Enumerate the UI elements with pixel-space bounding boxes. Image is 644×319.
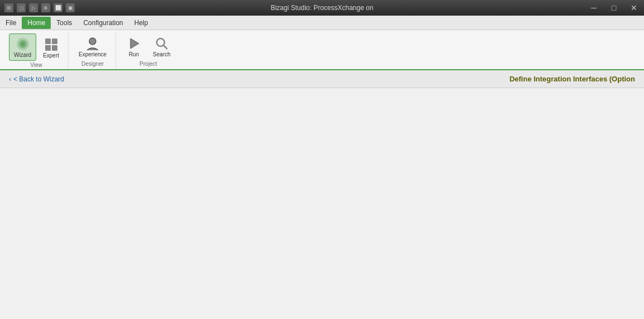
svg-point-7 xyxy=(89,38,96,45)
app-icon-6: ▣ xyxy=(66,3,75,12)
svg-rect-5 xyxy=(45,45,51,51)
svg-line-10 xyxy=(163,45,167,49)
ribbon-group-project: Run Search Project xyxy=(117,32,180,69)
ribbon-view-buttons: Wizard Expert xyxy=(9,33,64,61)
menu-bar: File Home Tools Configuration Help xyxy=(0,16,644,30)
svg-marker-8 xyxy=(130,38,139,49)
ribbon-designer-buttons: Experience xyxy=(74,33,111,60)
run-button[interactable]: Run xyxy=(122,33,146,60)
nav-bar: ‹ < Back to Wizard Define Integration In… xyxy=(0,70,644,88)
back-arrow-icon: ‹ xyxy=(9,75,11,83)
title-bar: ⊞ ◻ ▷ ⊕ ⬜ ▣ Bizagi Studio: ProcessXchang… xyxy=(0,0,644,16)
ribbon-group-designer: Experience Designer xyxy=(70,32,116,69)
svg-point-9 xyxy=(157,38,164,46)
ribbon: Wizard Expert View xyxy=(0,30,644,70)
ribbon-project-buttons: Run Search xyxy=(122,33,175,60)
svg-rect-4 xyxy=(52,38,57,44)
back-to-wizard[interactable]: ‹ < Back to Wizard xyxy=(9,75,64,83)
run-icon xyxy=(126,36,142,51)
search-button[interactable]: Search xyxy=(148,33,175,60)
project-group-label: Project xyxy=(139,61,157,67)
view-group-label: View xyxy=(30,62,42,68)
menu-configuration[interactable]: Configuration xyxy=(78,17,128,29)
menu-help[interactable]: Help xyxy=(129,17,154,29)
close-button[interactable]: ✕ xyxy=(624,0,644,16)
wizard-button[interactable]: Wizard xyxy=(9,33,36,61)
run-label: Run xyxy=(129,51,139,57)
app-icon-1: ⊞ xyxy=(4,3,13,12)
expert-button[interactable]: Expert xyxy=(38,35,64,61)
minimize-button[interactable]: ─ xyxy=(584,0,604,16)
expert-icon xyxy=(43,37,59,52)
expert-label: Expert xyxy=(43,52,59,59)
app-icon-3: ▷ xyxy=(29,3,38,12)
menu-file[interactable]: File xyxy=(0,17,22,29)
designer-group-label: Designer xyxy=(81,61,104,67)
ribbon-group-view: Wizard Expert View xyxy=(4,32,69,69)
title-bar-controls[interactable]: ─ □ ✕ xyxy=(584,0,644,16)
title-bar-icons: ⊞ ◻ ▷ ⊕ ⬜ ▣ xyxy=(4,3,75,12)
experience-button[interactable]: Experience xyxy=(74,33,111,60)
app-icon-4: ⊕ xyxy=(41,3,50,12)
experience-label: Experience xyxy=(79,51,106,57)
experience-icon xyxy=(85,36,100,51)
maximize-button[interactable]: □ xyxy=(604,0,624,16)
wizard-label: Wizard xyxy=(14,52,31,58)
back-label: < Back to Wizard xyxy=(13,75,64,83)
menu-tools[interactable]: Tools xyxy=(51,17,78,29)
search-icon xyxy=(154,36,170,51)
svg-rect-6 xyxy=(52,45,57,51)
svg-point-2 xyxy=(21,42,25,46)
app-icon-2: ◻ xyxy=(17,3,26,12)
define-label: Define Integration Interfaces (Option xyxy=(510,75,635,83)
app-icon-5: ⬜ xyxy=(54,3,62,12)
svg-rect-3 xyxy=(45,38,51,44)
menu-home[interactable]: Home xyxy=(22,17,51,29)
search-label: Search xyxy=(153,51,171,57)
app-title: Bizagi Studio: ProcessXchange on xyxy=(270,4,373,12)
wizard-icon xyxy=(15,36,31,52)
